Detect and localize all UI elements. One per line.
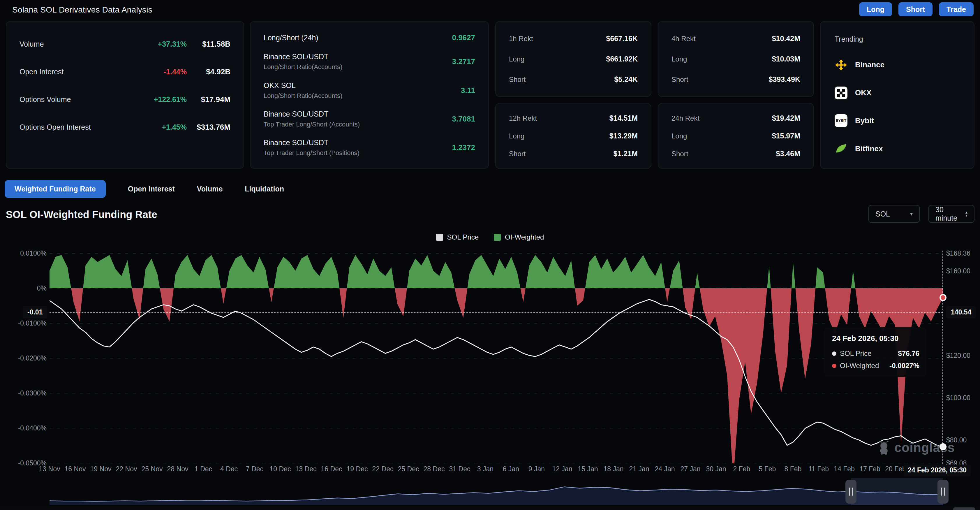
stat-row-options-volume: Options Volume +122.61% $17.94M	[19, 95, 231, 104]
trending-item-bybit[interactable]: BYBIT Bybit	[835, 114, 960, 127]
crosshair-vertical-line	[942, 251, 943, 473]
rekt-long-value: $10.03M	[772, 55, 800, 63]
stat-label: Open Interest	[19, 68, 164, 76]
stat-value: $4.92B	[187, 67, 231, 76]
rekt-title: 24h Rekt	[671, 114, 700, 123]
navigator-left-handle[interactable]	[845, 480, 856, 504]
x-axis-tick: 31 Dec	[449, 465, 471, 473]
trade-button[interactable]: Trade	[939, 2, 974, 16]
rekt-card-24h: 24h Rekt$19.42M Long$15.97M Short$3.46M	[658, 103, 814, 169]
stat-value: $11.58B	[187, 40, 231, 49]
ratio-sublabel: Long/Short Ratio(Accounts)	[264, 63, 452, 71]
ratio-value: 1.2372	[452, 143, 475, 152]
tab-weighted-funding-rate[interactable]: Weighted Funding Rate	[5, 180, 106, 198]
up-down-carets-icon: ▴▾	[966, 211, 967, 217]
stat-value: $17.94M	[187, 95, 231, 104]
rekt-long-value: $13.29M	[609, 132, 638, 140]
crosshair-horizontal-line	[49, 312, 943, 313]
x-axis-tick: 6 Jan	[503, 465, 519, 473]
stat-change: +1.45%	[162, 123, 187, 131]
stat-row-options-open-interest: Options Open Interest +1.45% $313.76M	[19, 123, 231, 132]
rekt-short-label: Short	[671, 150, 688, 158]
x-axis-tick: 8 Feb	[784, 465, 802, 473]
right-axis-tick: $160.00	[946, 267, 970, 275]
legend-swatch	[494, 234, 501, 241]
rekt-long-label: Long	[509, 132, 524, 140]
x-axis-tick: 9 Jan	[528, 465, 545, 473]
bottom-scrollbar-thumb[interactable]	[953, 507, 975, 510]
plot-area[interactable]	[49, 251, 943, 463]
tooltip-label: OI-Weighted	[840, 362, 879, 370]
ratio-value: 0.9627	[452, 33, 475, 42]
long-button[interactable]: Long	[859, 2, 892, 16]
trending-item-label: Bitfinex	[855, 144, 883, 153]
x-axis-tick: 16 Nov	[65, 465, 86, 473]
ratio-label: Binance SOL/USDT	[264, 53, 452, 61]
rekt-short-value: $1.21M	[614, 150, 638, 158]
x-axis-tick: 22 Dec	[372, 465, 394, 473]
x-axis-tick: 12 Jan	[552, 465, 572, 473]
trending-item-binance[interactable]: Binance	[835, 59, 960, 72]
tab-liquidation[interactable]: Liquidation	[245, 180, 284, 198]
chart-range-navigator[interactable]	[49, 478, 943, 505]
x-axis-tick: 13 Nov	[39, 465, 60, 473]
stat-label: Options Volume	[19, 95, 154, 104]
left-axis-tick: 0%	[3, 284, 47, 292]
ratio-value: 3.7081	[452, 115, 475, 124]
interval-select[interactable]: 30 minute ▴▾	[928, 205, 974, 223]
left-axis-tick: 0.0100%	[3, 249, 47, 257]
left-axis-tick: -0.0100%	[3, 319, 47, 327]
bottom-scrollbar-track[interactable]	[0, 507, 980, 510]
x-axis-tick: 17 Feb	[859, 465, 880, 473]
stat-row-volume: Volume +37.31% $11.58B	[19, 40, 231, 49]
stat-row-open-interest: Open Interest -1.44% $4.92B	[19, 67, 231, 76]
tooltip-value: -0.0027%	[889, 362, 920, 370]
x-axis-tick: 7 Dec	[246, 465, 263, 473]
page-title: Solana SOL Derivatives Data Analysis	[12, 5, 152, 14]
ratio-row: Binance SOL/USDT Top Trader Long/Short (…	[264, 110, 475, 128]
tab-open-interest[interactable]: Open Interest	[128, 180, 175, 198]
bitfinex-icon	[835, 142, 848, 155]
x-axis-tick: 5 Feb	[759, 465, 776, 473]
rekt-total: $14.51M	[609, 114, 638, 123]
rekt-short-value: $5.24K	[614, 75, 638, 84]
ratio-label: Binance SOL/USDT	[264, 110, 452, 118]
x-axis-tick: 20 Feb	[885, 465, 906, 473]
x-axis-tick: 15 Jan	[578, 465, 598, 473]
ratio-row: OKX SOL Long/Short Ratio(Accounts) 3.11	[264, 81, 475, 100]
trending-item-okx[interactable]: OKX	[835, 86, 960, 99]
right-axis-tick: $168.36	[946, 249, 970, 257]
rekt-title: 1h Rekt	[509, 35, 533, 43]
ratio-value: 3.11	[461, 86, 475, 95]
trending-item-label: Binance	[855, 61, 885, 69]
rekt-short-label: Short	[509, 75, 525, 84]
stat-change: +37.31%	[158, 40, 187, 48]
ratio-value: 3.2717	[452, 57, 475, 66]
stat-change: +122.61%	[154, 95, 187, 104]
navigator-right-handle[interactable]	[937, 480, 948, 504]
rekt-title: 4h Rekt	[671, 35, 696, 43]
left-axis-tick: -0.0400%	[3, 424, 47, 432]
short-button[interactable]: Short	[899, 2, 932, 16]
legend-sol-price[interactable]: SOL Price	[436, 233, 479, 241]
x-axis-tick: 25 Nov	[142, 465, 163, 473]
navigator-selected-range[interactable]	[851, 478, 943, 505]
x-axis-tick: 22 Nov	[116, 465, 137, 473]
ratio-row: Binance SOL/USDT Long/Short Ratio(Accoun…	[264, 53, 475, 71]
x-axis-tick: 16 Dec	[321, 465, 342, 473]
funding-rate-chart[interactable]: 0.0100%0%-0.0100%-0.0200%-0.0300%-0.0400…	[0, 248, 980, 478]
tab-volume[interactable]: Volume	[197, 180, 223, 198]
x-axis-tick: 2 Feb	[733, 465, 751, 473]
legend-label: SOL Price	[447, 233, 479, 241]
crosshair-date-badge: 24 Feb 2026, 05:30	[904, 465, 970, 476]
rekt-total: $667.16K	[606, 34, 638, 43]
coinglass-logo-icon	[876, 440, 891, 455]
symbol-select[interactable]: SOL ▾	[869, 205, 920, 223]
stat-value: $313.76M	[187, 123, 231, 132]
trending-item-bitfinex[interactable]: Bitfinex	[835, 142, 960, 155]
okx-icon	[835, 86, 848, 99]
ratio-label: OKX SOL	[264, 81, 461, 90]
legend-oi-weighted[interactable]: OI-Weighted	[494, 233, 544, 241]
trending-item-label: Bybit	[855, 116, 874, 125]
market-stats-card: Volume +37.31% $11.58B Open Interest -1.…	[6, 21, 244, 169]
